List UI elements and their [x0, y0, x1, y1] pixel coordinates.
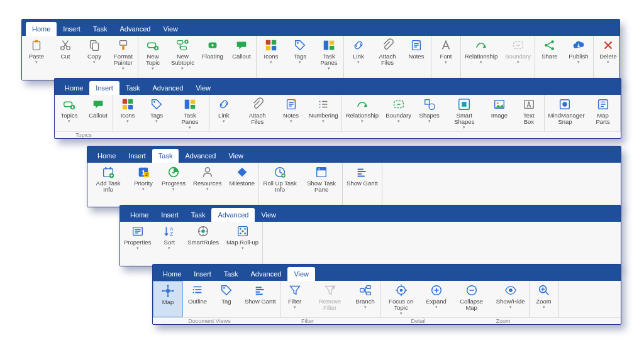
shapes-button[interactable]: Shapes▾ [415, 95, 444, 131]
new-subtopic-button[interactable]: New Subtopic▾ [167, 36, 198, 80]
delete-button[interactable]: Delete▾ [594, 36, 620, 80]
sort-button[interactable]: AZSort▾ [155, 222, 184, 266]
mindmanager-snap-button[interactable]: MindManager Snap [545, 95, 586, 131]
rollup-icon [273, 165, 287, 179]
icons-button[interactable]: Icons▾ [257, 36, 286, 80]
tab-advanced[interactable]: Advanced [211, 208, 255, 222]
dropdown-indicator-icon: ▾ [168, 247, 170, 249]
group: MapOutlineTagShow Gantt [153, 281, 280, 317]
tab-view[interactable]: View [255, 208, 282, 222]
tab-home[interactable]: Home [58, 81, 89, 95]
cut-button[interactable]: Cut [51, 36, 80, 80]
tab-home[interactable]: Home [157, 267, 187, 281]
link-button[interactable]: Link▾ [209, 95, 238, 131]
button-label: Icons [264, 53, 279, 60]
tab-task[interactable]: Task [119, 81, 147, 95]
tab-advanced[interactable]: Advanced [179, 149, 222, 163]
tab-view[interactable]: View [287, 267, 315, 281]
boundary-button: Boundary▾ [501, 36, 535, 80]
button-label: Notes [409, 53, 425, 60]
tags-button[interactable]: Tags▾ [142, 95, 171, 131]
format-painter-button[interactable]: Format Painter▾ [109, 36, 138, 80]
tab-insert[interactable]: Insert [155, 208, 185, 222]
tab-advanced[interactable]: Advanced [113, 22, 157, 36]
group: Focus on Topic▾Expand▾Collapse MapShow/H… [380, 281, 530, 317]
font-button[interactable]: Font▾ [431, 36, 460, 80]
progress-button[interactable]: Progress▾ [158, 163, 189, 207]
tab-task[interactable]: Task [218, 267, 245, 281]
floating-button[interactable]: Floating [198, 36, 227, 80]
dropdown-indicator-icon: ▾ [322, 120, 325, 123]
callout-button[interactable]: Callout [84, 95, 113, 131]
milestone-button[interactable]: Milestone [225, 163, 258, 207]
show-gantt-button[interactable]: Show Gantt [343, 163, 382, 207]
attach-files-button[interactable]: Attach Files [238, 95, 277, 131]
zoom-button[interactable]: Zoom▾ [530, 281, 558, 317]
show-task-pane-button[interactable]: Show Task Pane [301, 163, 342, 207]
relationship-button[interactable]: Relationship▾ [461, 36, 501, 80]
resources-button[interactable]: Resources▾ [189, 163, 225, 207]
relationship-button[interactable]: Relationship▾ [342, 95, 382, 131]
copy-button[interactable]: Copy▾ [80, 36, 109, 80]
tab-home[interactable]: Home [124, 208, 155, 222]
mrollup-icon [236, 224, 250, 238]
task-panes-button[interactable]: Task Panes▾ [171, 95, 209, 131]
tab-view[interactable]: View [222, 149, 250, 163]
branch-button[interactable]: Branch▾ [351, 281, 380, 317]
map-parts-button[interactable]: Map Parts [586, 95, 620, 131]
task-panes-button[interactable]: Task Panes▾ [314, 36, 343, 80]
remove-filter-button: Remove Filter [309, 281, 351, 317]
publish-button[interactable]: Publish▾ [564, 36, 593, 80]
tab-advanced[interactable]: Advanced [244, 267, 287, 281]
focus-on-topic-button[interactable]: Focus on Topic▾ [380, 281, 422, 317]
tab-home[interactable]: Home [91, 149, 122, 163]
map-roll-up-button[interactable]: Map Roll-up▾ [223, 222, 262, 266]
link-button[interactable]: Link▾ [344, 36, 373, 80]
tab-task[interactable]: Task [152, 149, 179, 163]
tab-advanced[interactable]: Advanced [146, 81, 189, 95]
attach-files-button[interactable]: Attach Files [373, 36, 402, 80]
button-label: Map Parts [589, 112, 616, 125]
tab-home[interactable]: Home [26, 22, 57, 36]
tab-task[interactable]: Task [185, 208, 212, 222]
boundary-button[interactable]: Boundary▾ [382, 95, 415, 131]
add-task-info-button[interactable]: Add Task Info [87, 163, 129, 207]
notes-button[interactable]: Notes [402, 36, 431, 80]
tag-view-button[interactable]: Tag [212, 281, 241, 317]
tab-insert[interactable]: Insert [89, 81, 119, 95]
dropdown-indicator-icon: ▾ [357, 61, 360, 63]
tab-task[interactable]: Task [87, 22, 114, 36]
smart-shapes-button[interactable]: Smart Shapes▾ [444, 95, 485, 131]
paste-button[interactable]: Paste▾ [22, 36, 51, 80]
new-topic-button[interactable]: New Topic▾ [138, 36, 167, 80]
outline-view-button[interactable]: Outline [183, 281, 212, 317]
filter-icon [288, 283, 302, 297]
roll-up-task-info-button[interactable]: Roll Up Task Info [259, 163, 301, 207]
expand-button[interactable]: Expand▾ [422, 281, 451, 317]
srules-icon [196, 224, 210, 238]
map-view-button[interactable]: Map [153, 281, 183, 317]
topics-button[interactable]: Topics▾ [55, 95, 84, 131]
show-hide-button[interactable]: Show/Hide▾ [492, 281, 529, 317]
tab-insert[interactable]: Insert [187, 267, 218, 281]
priority-button[interactable]: 12Priority▾ [129, 163, 158, 207]
tags-button[interactable]: Tags▾ [286, 36, 314, 80]
notes-button[interactable]: Notes▾ [277, 95, 306, 131]
button-label: Branch [356, 298, 375, 305]
share-button[interactable]: Share [535, 36, 564, 80]
icons-button[interactable]: Icons▾ [113, 95, 142, 131]
callout-button[interactable]: Callout [227, 36, 256, 80]
tab-insert[interactable]: Insert [122, 149, 152, 163]
collapse-map-button[interactable]: Collapse Map [451, 281, 492, 317]
properties-button[interactable]: Properties▾ [120, 222, 155, 266]
rel-icon [355, 97, 369, 111]
image-button[interactable]: Image [485, 95, 514, 131]
text-box-button[interactable]: Text Box [514, 95, 544, 131]
numbering-button[interactable]: Numbering▾ [306, 95, 342, 131]
tab-view[interactable]: View [157, 22, 184, 36]
filter-button[interactable]: Filter▾ [280, 281, 309, 317]
tab-view[interactable]: View [189, 81, 217, 95]
smartrules-button[interactable]: SmartRules [184, 222, 223, 266]
tab-insert[interactable]: Insert [57, 22, 87, 36]
show-gantt-button[interactable]: Show Gantt [241, 281, 280, 317]
